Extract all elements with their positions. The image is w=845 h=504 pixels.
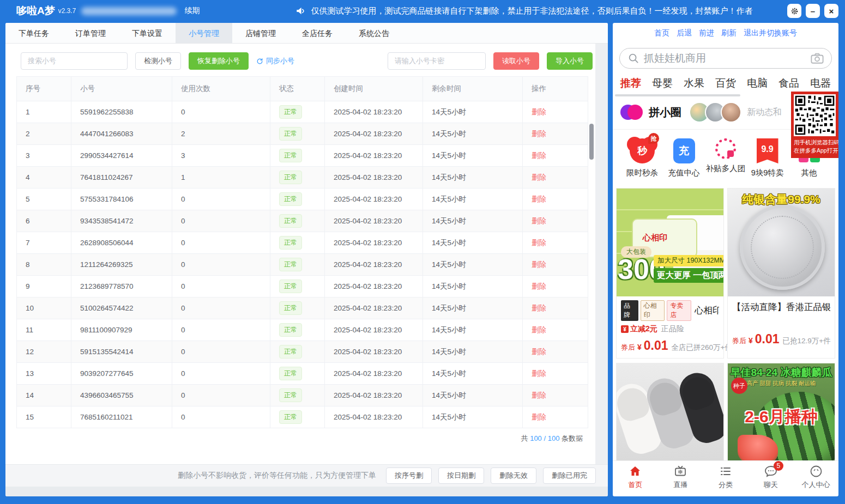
category-6[interactable]: 电器 [810, 76, 831, 90]
category-0[interactable]: 推荐 [620, 76, 641, 90]
delete-link[interactable]: 删除 [532, 282, 546, 290]
product-card-coin[interactable]: 纯银含量99.9% 【活动直降】香港正品银 券后¥0.01 已抢12.9万+件 [727, 188, 835, 359]
category-2[interactable]: 水果 [684, 76, 704, 90]
account-number: 7641811024267 [71, 167, 172, 189]
delete-link[interactable]: 删除 [532, 239, 546, 247]
table-row: 329905344276143正常2025-04-02 18:23:2014天5… [17, 145, 588, 167]
created-time: 2025-04-02 18:23:20 [325, 276, 423, 297]
use-count: 0 [172, 232, 270, 254]
account-number: 5591962255838 [71, 101, 172, 123]
tab-3[interactable]: 小号管理 [176, 23, 232, 43]
tabbar-live[interactable]: 直播 [658, 461, 703, 493]
product-sales: 全店已拼260万+件 [672, 343, 732, 353]
nav-home-link[interactable]: 首页 [654, 28, 669, 38]
qr-caption: 用手机浏览器扫码 在拼多多App打开 [794, 138, 836, 155]
account-number: 2123689778570 [71, 276, 172, 297]
nav-back-link[interactable]: 后退 [677, 28, 692, 38]
tab-5[interactable]: 全店任务 [289, 23, 346, 43]
tabbar-chat[interactable]: 5 聊天 [748, 461, 793, 493]
delete-link[interactable]: 删除 [532, 260, 546, 269]
shop-type-badge: 专卖店 [667, 300, 691, 321]
row-index: 1 [17, 101, 71, 123]
qr-code [794, 94, 836, 136]
row-index: 3 [17, 145, 71, 167]
delete-link[interactable]: 删除 [532, 217, 546, 225]
scrollbar-thumb[interactable] [589, 124, 594, 160]
created-time: 2025-04-02 18:23:20 [325, 145, 423, 167]
delete-used-up-button[interactable]: 删除已用完 [543, 467, 596, 484]
table-row: 693435385414720正常2025-04-02 18:23:2014天5… [17, 210, 588, 232]
quick-entry-charge[interactable]: 充充值中心 [665, 138, 704, 178]
toolbar: 搜索小号 检测小号 恢复删除小号 同步小号 请输入小号卡密 读取小号 导入小号 [5, 44, 608, 76]
action-cell: 删除 [523, 232, 588, 254]
nav-logout-switch-link[interactable]: 退出并切换账号 [744, 28, 797, 38]
shop-search-bar[interactable]: 抓娃娃机商用 [619, 48, 832, 69]
account-number: 5100264574422 [71, 297, 172, 319]
delete-link[interactable]: 删除 [532, 326, 546, 334]
quick-entry-nine[interactable]: 9.99块9特卖 [748, 138, 787, 178]
tabbar-categories[interactable]: 分类 [703, 461, 749, 493]
status-badge: 正常 [279, 258, 302, 271]
delete-link[interactable]: 删除 [532, 151, 546, 160]
product-image-tissue: 心相印 大包装 300张 加大尺寸 190X132MM 更大更厚 一包顶两包 [617, 189, 723, 296]
tabbar-profile[interactable]: 个人中心 [793, 461, 838, 493]
category-1[interactable]: 母婴 [652, 76, 673, 90]
card-key-input[interactable]: 请输入小号卡密 [388, 52, 486, 70]
status-cell: 正常 [270, 189, 325, 210]
restore-deleted-button[interactable]: 恢复删除小号 [189, 52, 249, 70]
tab-1[interactable]: 订单管理 [62, 23, 119, 43]
product-card-watermelon[interactable]: 早佳84-24 冰糖麒麟瓜 高产 甜甜 抗病 抗裂 耐运输 种子 2-6月播种 [727, 363, 835, 471]
product-card-tissue[interactable]: 心相印 大包装 300张 加大尺寸 190X132MM 更大更厚 一包顶两包 品… [616, 188, 724, 359]
status-cell: 正常 [270, 297, 325, 319]
check-accounts-button[interactable]: 检测小号 [135, 52, 181, 70]
search-account-input[interactable]: 搜索小号 [21, 52, 128, 70]
category-4[interactable]: 电脑 [747, 76, 768, 90]
delete-link[interactable]: 删除 [532, 173, 546, 181]
read-accounts-button[interactable]: 读取小号 [493, 52, 539, 70]
delete-invalid-button[interactable]: 删除无效 [491, 467, 536, 484]
nav-forward-link[interactable]: 前进 [699, 28, 714, 38]
tab-2[interactable]: 下单设置 [119, 23, 176, 43]
minimize-button[interactable]: – [806, 4, 820, 18]
remaining-time: 14天5小时 [423, 276, 523, 297]
settings-button[interactable] [787, 4, 801, 18]
category-5[interactable]: 食品 [778, 76, 799, 90]
tab-4[interactable]: 店铺管理 [232, 23, 289, 43]
action-cell: 删除 [523, 145, 588, 167]
table-scrollbar[interactable] [589, 102, 594, 444]
hot-badge: 抢 [648, 133, 659, 144]
tabbar-home[interactable]: 首页 [613, 461, 658, 493]
delete-link[interactable]: 删除 [532, 304, 546, 312]
delete-link[interactable]: 删除 [532, 413, 546, 421]
account-number: 2990534427614 [71, 145, 172, 167]
delete-link[interactable]: 删除 [532, 195, 546, 203]
renew-link[interactable]: 续期 [184, 6, 200, 16]
created-time: 2025-04-02 18:23:20 [325, 167, 423, 189]
tab-6[interactable]: 系统公告 [346, 23, 402, 43]
category-3[interactable]: 百货 [715, 76, 736, 90]
brand-badge: 品牌 [621, 300, 638, 321]
nav-refresh-link[interactable]: 刷新 [721, 28, 737, 38]
delete-link[interactable]: 删除 [532, 391, 546, 399]
quick-entry-label: 其他 [801, 168, 817, 178]
created-time: 2025-04-02 18:23:20 [325, 254, 423, 276]
delete-link[interactable]: 删除 [532, 108, 546, 116]
status-cell: 正常 [270, 319, 325, 341]
import-accounts-button[interactable]: 导入小号 [547, 52, 593, 70]
close-button[interactable]: × [824, 4, 838, 18]
remaining-time: 14天5小时 [423, 385, 523, 406]
delete-link[interactable]: 删除 [532, 130, 546, 138]
quick-entry-team[interactable]: 补贴多人团 [706, 138, 745, 178]
quick-entry-seckill[interactable]: 秒抢限时秒杀 [623, 138, 662, 178]
delete-link[interactable]: 删除 [532, 348, 546, 356]
delete-link[interactable]: 删除 [532, 369, 546, 378]
sync-accounts-link[interactable]: 同步小号 [256, 56, 294, 66]
created-time: 2025-04-02 18:23:20 [325, 406, 423, 428]
row-index: 8 [17, 254, 71, 276]
delete-by-date-button[interactable]: 按日期删 [438, 467, 484, 484]
row-index: 7 [17, 232, 71, 254]
tab-0[interactable]: 下单任务 [5, 23, 62, 43]
overlay-size: 加大尺寸 190X132MM [654, 255, 723, 266]
delete-by-index-button[interactable]: 按序号删 [386, 467, 432, 484]
product-card-slippers[interactable] [616, 363, 724, 471]
